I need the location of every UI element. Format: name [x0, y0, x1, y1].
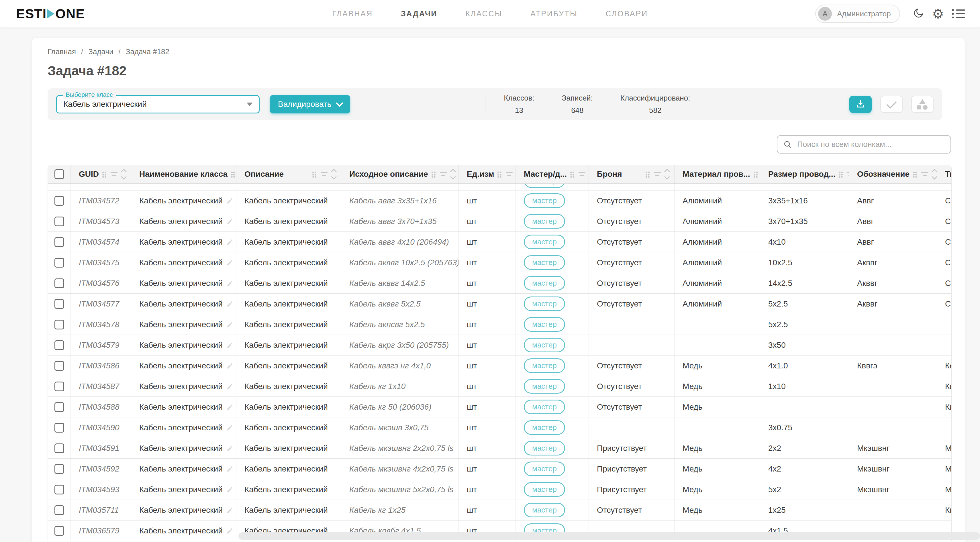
sort-icon[interactable] — [451, 170, 455, 179]
edit-pencil-icon[interactable] — [226, 382, 234, 391]
filter-icon[interactable] — [111, 172, 118, 176]
drag-handle-icon[interactable] — [312, 171, 317, 178]
filter-icon[interactable] — [506, 172, 513, 176]
filter-icon[interactable] — [321, 172, 328, 176]
column-header-unit[interactable]: Ед.изм — [459, 165, 516, 183]
theme-toggle-moon-icon[interactable] — [913, 8, 924, 20]
row-checkbox[interactable] — [54, 340, 64, 350]
row-checkbox[interactable] — [54, 485, 64, 494]
column-header-source_description[interactable]: Исходное описание — [341, 165, 459, 183]
master-chip[interactable]: мастер — [524, 338, 565, 352]
drag-handle-icon[interactable] — [570, 171, 574, 178]
classify-button[interactable] — [911, 96, 934, 113]
column-header-material[interactable]: Материал пров... — [675, 165, 760, 183]
master-chip[interactable]: мастер — [524, 235, 565, 249]
drag-handle-icon[interactable] — [645, 171, 650, 178]
master-chip[interactable]: мастер — [524, 193, 565, 208]
select-dropdown-arrow-icon[interactable] — [247, 103, 253, 106]
nav-item[interactable]: СЛОВАРИ — [606, 10, 648, 18]
master-chip[interactable]: мастер — [524, 317, 565, 332]
nav-item[interactable]: АТРИБУТЫ — [530, 10, 578, 18]
filter-icon[interactable] — [654, 172, 661, 176]
sort-icon[interactable] — [122, 170, 126, 179]
edit-pencil-icon[interactable] — [226, 320, 234, 329]
select-all-checkbox[interactable] — [54, 169, 64, 179]
download-button[interactable] — [850, 96, 872, 113]
search-input[interactable] — [797, 140, 945, 149]
row-checkbox[interactable] — [54, 278, 64, 288]
filter-icon[interactable] — [579, 172, 585, 176]
list-menu-icon[interactable] — [952, 9, 965, 18]
filter-icon[interactable] — [921, 172, 928, 176]
drag-handle-icon[interactable] — [431, 171, 436, 178]
row-checkbox[interactable] — [54, 258, 64, 267]
row-checkbox[interactable] — [54, 402, 64, 412]
row-checkbox[interactable] — [54, 320, 64, 329]
edit-pencil-icon[interactable] — [226, 300, 234, 308]
nav-item[interactable]: ГЛАВНАЯ — [332, 10, 372, 18]
user-menu-button[interactable]: А Администратор — [815, 5, 900, 23]
master-chip[interactable]: мастер — [524, 461, 565, 476]
edit-pencil-icon[interactable] — [226, 526, 234, 535]
column-header-guid[interactable]: GUID — [71, 165, 131, 183]
edit-pencil-icon[interactable] — [226, 485, 234, 494]
column-header-type[interactable]: Тип — [937, 165, 951, 183]
row-checkbox[interactable] — [54, 505, 64, 515]
drag-handle-icon[interactable] — [497, 171, 501, 178]
row-checkbox[interactable] — [54, 216, 64, 226]
edit-pencil-icon[interactable] — [226, 444, 234, 453]
row-checkbox[interactable] — [54, 381, 64, 391]
master-chip[interactable]: мастер — [524, 358, 565, 373]
edit-pencil-icon[interactable] — [226, 197, 234, 205]
class-select[interactable]: Выберите класс Кабель электрический — [56, 95, 259, 113]
breadcrumb-link[interactable]: Главная — [48, 47, 76, 56]
nav-item[interactable]: ЗАДАЧИ — [401, 10, 437, 18]
drag-handle-icon[interactable] — [102, 171, 106, 178]
edit-pencil-icon[interactable] — [226, 403, 234, 412]
drag-handle-icon[interactable] — [753, 171, 758, 178]
column-header-designation[interactable]: Обозначение — [849, 165, 937, 183]
master-chip[interactable]: мастер — [524, 482, 565, 497]
horizontal-scrollbar[interactable] — [239, 532, 980, 540]
edit-pencil-icon[interactable] — [226, 465, 234, 473]
master-chip[interactable]: мастер — [524, 297, 565, 311]
settings-gear-icon[interactable]: ⚙ — [932, 7, 944, 20]
edit-pencil-icon[interactable] — [226, 238, 234, 246]
master-chip[interactable]: мастер — [524, 255, 565, 270]
sort-icon[interactable] — [665, 170, 669, 179]
row-checkbox[interactable] — [54, 443, 64, 453]
row-checkbox[interactable] — [54, 361, 64, 371]
column-header-armor[interactable]: Броня — [589, 165, 675, 183]
edit-pencil-icon[interactable] — [226, 341, 234, 350]
master-chip[interactable]: мастер — [524, 441, 565, 456]
sort-icon[interactable] — [332, 170, 336, 179]
filter-icon[interactable] — [847, 172, 849, 176]
drag-handle-icon[interactable] — [231, 171, 235, 178]
master-chip[interactable]: мастер — [524, 420, 565, 435]
edit-pencil-icon[interactable] — [226, 506, 234, 515]
master-chip[interactable]: мастер — [524, 503, 565, 517]
row-checkbox[interactable] — [54, 526, 64, 536]
edit-pencil-icon[interactable] — [226, 362, 234, 370]
row-checkbox[interactable] — [54, 237, 64, 247]
column-header-size[interactable]: Размер провод... — [760, 165, 849, 183]
approve-button[interactable] — [880, 96, 903, 113]
master-chip[interactable]: мастер — [524, 379, 565, 394]
app-logo[interactable]: ESTI ONE — [16, 0, 85, 27]
row-checkbox[interactable] — [54, 464, 64, 474]
nav-item[interactable]: КЛАССЫ — [465, 10, 502, 18]
drag-handle-icon[interactable] — [838, 171, 843, 178]
edit-pencil-icon[interactable] — [226, 423, 234, 432]
row-checkbox[interactable] — [54, 196, 64, 206]
master-chip[interactable]: мастер — [524, 276, 565, 291]
edit-pencil-icon[interactable] — [226, 258, 234, 267]
edit-pencil-icon[interactable] — [226, 217, 234, 226]
drag-handle-icon[interactable] — [912, 171, 917, 178]
edit-pencil-icon[interactable] — [226, 279, 234, 288]
row-checkbox[interactable] — [54, 423, 64, 432]
master-chip[interactable]: мастер — [524, 214, 565, 229]
column-header-description[interactable]: Описание — [236, 165, 341, 183]
master-chip[interactable]: мастер — [524, 400, 565, 414]
row-checkbox[interactable] — [54, 299, 64, 309]
column-header-master[interactable]: Мастер/д... — [516, 165, 589, 183]
